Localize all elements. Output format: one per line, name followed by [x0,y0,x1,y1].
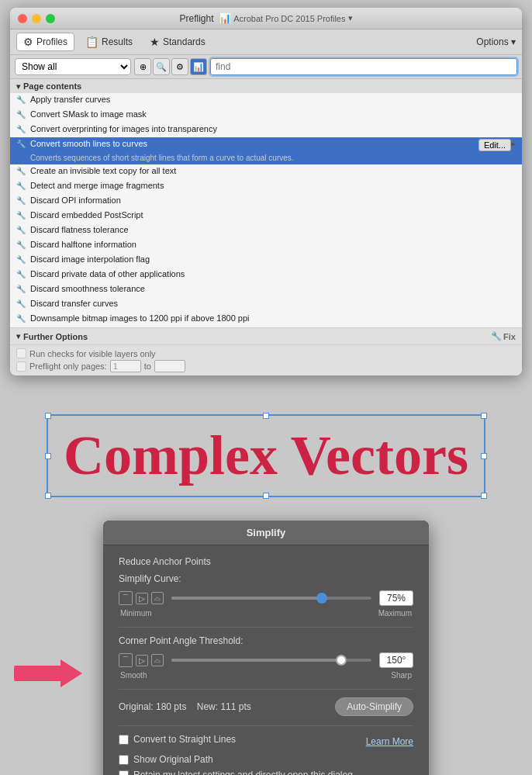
arrow-container [14,659,82,687]
profile-dropdown-label[interactable]: 📊 Acrobat Pro DC 2015 Profiles ▾ [219,12,352,24]
handle-bot-right[interactable] [481,493,487,499]
simplify-curve-row: ⌒ ▷ ⌓ 75% [119,590,413,606]
edit-button[interactable]: Edit... [478,139,511,151]
minimize-button[interactable] [32,14,41,23]
arrow-body [14,666,60,681]
edit-arrow: ▸ [511,139,516,149]
simplify-curve-label: Simplify Curve: [119,573,413,584]
content-list: Page contents 🔧 Apply transfer curves 🔧 … [10,79,522,327]
curve-icon-1: ⌒ [119,591,133,605]
corner-threshold-value[interactable]: 150° [379,652,413,668]
retain-settings-option: Retain my latest settings and directly o… [119,770,413,775]
traffic-lights [18,14,55,23]
page-to-input[interactable] [154,360,185,372]
item-icon: 🔧 [16,285,27,296]
options-button[interactable]: Options ▾ [476,36,516,47]
tab-toolbar: ⚙ Profiles 📋 Results ★ Standards Options… [10,29,522,55]
window-title: Preflight [180,13,214,24]
tab-results[interactable]: 📋 Results [79,33,139,50]
convert-straight-checkbox[interactable] [119,735,129,745]
item-icon: 🔧 [16,196,27,207]
item-icon: 🔧 [16,299,27,310]
page-from-input[interactable] [110,360,141,372]
preflight-pages-checkbox[interactable] [16,362,26,372]
item-icon: 🔧 [16,240,27,251]
tab-profiles[interactable]: ⚙ Profiles [16,33,74,51]
list-item[interactable]: 🔧 Discard flatness tolerance [10,223,522,238]
results-icon: 📋 [85,36,98,48]
icon-btn-2[interactable]: 🔍 [153,58,170,75]
section-header: Page contents [10,79,522,93]
list-item[interactable]: 🔧 Convert overprinting for images into t… [10,123,522,137]
corner-threshold-thumb[interactable] [336,655,347,666]
search-input[interactable] [210,58,517,75]
list-item[interactable]: 🔧 Discard smoothness tolerance [10,282,522,297]
auto-simplify-row: Original: 180 pts New: 111 pts Auto-Simp… [119,697,413,716]
show-original-option: Show Original Path [119,754,413,765]
close-button[interactable] [18,14,27,23]
list-item[interactable]: 🔧 Discard transfer curves [10,297,522,312]
title-bar: Preflight 📊 Acrobat Pro DC 2015 Profiles… [10,8,522,29]
icon-btn-3[interactable]: ⚙ [171,58,188,75]
complex-vectors-title: Complex Vectors [64,424,468,488]
simplify-curve-track[interactable] [171,597,371,600]
list-item[interactable]: 🔧 Discard OPI information [10,194,522,209]
corner-threshold-track[interactable] [171,659,371,662]
item-icon: 🔧 [16,270,27,281]
icon-btn-1[interactable]: ⊕ [134,58,151,75]
list-item[interactable]: 🔧 Downsample bitmap images to 1200 ppi i… [10,312,522,327]
simplify-curve-thumb[interactable] [316,593,327,604]
show-all-dropdown[interactable]: Show all [15,58,131,75]
handle-top-left[interactable] [45,413,51,419]
handle-bot-left[interactable] [45,493,51,499]
list-item[interactable]: 🔧 Discard halftone information [10,238,522,253]
auto-simplify-button[interactable]: Auto-Simplify [335,697,413,716]
list-item[interactable]: 🔧 Discard private data of other applicat… [10,268,522,282]
visible-layers-checkbox[interactable] [16,348,26,358]
divider-3 [119,725,413,726]
item-icon: 🔧 [16,211,27,222]
simplify-dialog: Simplify Reduce Anchor Points Simplify C… [103,521,429,775]
curve-icon-3: ⌓ [151,592,164,604]
divider-2 [119,689,413,690]
list-item[interactable]: 🔧 Convert SMask to image mask [10,108,522,123]
learn-more-link[interactable]: Learn More [366,736,413,747]
list-item-selected[interactable]: 🔧 Convert smooth lines to curves Edit...… [10,137,522,153]
list-item[interactable]: 🔧 Detect and merge image fragments [10,179,522,194]
further-options: Further Options 🔧 Fix [10,327,522,344]
simplify-curve-labels: Minimum Maximum [119,609,413,618]
list-item[interactable]: 🔧 Discard embedded PostScript [10,209,522,223]
corner-labels: Smooth Sharp [119,671,413,680]
simplify-section: Simplify Reduce Anchor Points Simplify C… [8,513,524,775]
retain-settings-checkbox[interactable] [119,770,129,776]
convert-straight-option: Convert to Straight Lines [119,734,236,745]
list-item[interactable]: 🔧 Create an invisible text copy for all … [10,164,522,179]
standards-icon: ★ [150,36,160,48]
dialog-body: Reduce Anchor Points Simplify Curve: ⌒ ▷… [103,545,429,775]
corner-threshold-row: ⌒ ▷ ⌓ 150° [119,652,413,668]
handle-bot-middle[interactable] [263,493,269,499]
handle-mid-right[interactable] [481,453,487,459]
item-icon: 🔧 [16,140,27,151]
reduce-anchor-label: Reduce Anchor Points [119,556,413,567]
handle-top-right[interactable] [481,413,487,419]
simplify-curve-value[interactable]: 75% [379,590,413,606]
maximize-button[interactable] [46,14,55,23]
item-icon: 🔧 [16,110,27,121]
tab-standards[interactable]: ★ Standards [143,33,212,50]
corner-icon-3: ⌓ [151,654,164,666]
handle-mid-left[interactable] [45,453,51,459]
pts-info: Original: 180 pts New: 111 pts [119,701,251,712]
curve-icon-2: ▷ [136,593,148,604]
handle-top-middle[interactable] [263,413,269,419]
visible-layers-row: Run checks for visible layers only [16,348,516,358]
search-icons: ⊕ 🔍 ⚙ 📊 [134,58,207,75]
dialog-title: Simplify [103,521,429,545]
simplify-curve-icons: ⌒ ▷ ⌓ [119,591,164,605]
show-original-checkbox[interactable] [119,755,129,765]
list-item[interactable]: 🔧 Apply transfer curves [10,93,522,108]
fix-button[interactable]: 🔧 Fix [491,331,516,341]
icon-btn-4[interactable]: 📊 [190,58,207,75]
list-item[interactable]: 🔧 Discard image interpolation flag [10,253,522,268]
divider-1 [119,627,413,628]
